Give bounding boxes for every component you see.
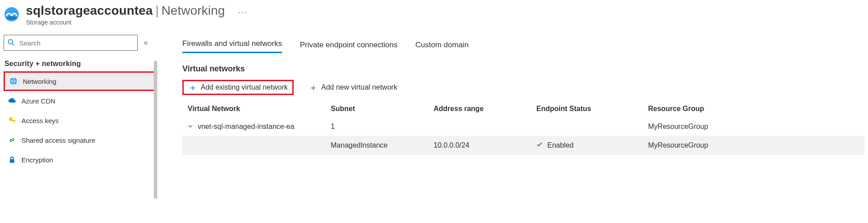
sidebar-item-encryption[interactable]: Encryption (4, 150, 156, 169)
svg-point-1 (6, 16, 17, 20)
sidebar-item-networking[interactable]: Networking (4, 71, 156, 91)
action-label: Add new virtual network (321, 83, 397, 91)
sidebar-item-label: Access keys (21, 117, 59, 124)
col-subnet: Subnet (325, 100, 428, 117)
cell-address: 10.0.0.0/24 (428, 136, 531, 155)
cell-status (531, 117, 643, 136)
cell-subnet: 1 (325, 117, 428, 136)
globe-icon (9, 77, 17, 85)
sidebar-group-header: Security + networking (4, 60, 156, 68)
sidebar-item-azure-cdn[interactable]: Azure CDN (4, 91, 156, 111)
tab-private-endpoint[interactable]: Private endpoint connections (300, 38, 397, 53)
table-row[interactable]: ManagedInstance 10.0.0.0/24 Enabled MyRe… (182, 136, 864, 155)
title-separator: | (156, 4, 159, 18)
sidebar-item-label: Encryption (21, 156, 53, 164)
sidebar-item-label: Shared access signature (21, 136, 95, 144)
tab-firewalls-vnets[interactable]: Firewalls and virtual networks (182, 37, 282, 53)
sidebar-scrollbar[interactable] (154, 61, 157, 199)
sidebar-search[interactable] (4, 35, 138, 51)
col-rg: Resource Group (643, 100, 864, 117)
col-status: Endpoint Status (531, 100, 643, 117)
add-existing-vnet-button[interactable]: ＋ Add existing virtual network (182, 80, 294, 95)
add-new-vnet-button[interactable]: ＋ Add new virtual network (304, 80, 402, 95)
cell-rg: MyResourceGroup (643, 117, 864, 136)
plus-icon: ＋ (309, 83, 318, 92)
action-label: Add existing virtual network (201, 83, 288, 91)
tab-custom-domain[interactable]: Custom domain (415, 38, 468, 53)
table-row[interactable]: vnet-sql-managed-instance-ea 1 MyResourc… (182, 117, 864, 136)
sidebar-item-label: Networking (23, 78, 56, 85)
page-title: Networking (161, 4, 225, 18)
sidebar: « Security + networking Networking Azure… (4, 35, 156, 169)
svg-rect-8 (10, 159, 14, 163)
resource-type-label: Storage account (26, 19, 248, 26)
cell-vnet (182, 136, 325, 155)
cell-status: Enabled (531, 136, 643, 155)
table-header-row: Virtual Network Subnet Address range End… (182, 100, 864, 117)
col-vnet: Virtual Network (182, 100, 325, 117)
cloud-icon (8, 97, 16, 105)
resource-type-icon (4, 4, 20, 24)
svg-point-2 (8, 39, 13, 44)
cell-rg: MyResourceGroup (643, 136, 864, 155)
plus-icon: ＋ (188, 83, 197, 92)
check-icon (536, 141, 544, 149)
svg-line-3 (13, 43, 15, 45)
link-icon (8, 136, 16, 144)
search-input[interactable] (18, 39, 134, 47)
page-header: sqlstorageaccountea | Networking ··· Sto… (4, 4, 864, 26)
vnets-table: Virtual Network Subnet Address range End… (182, 100, 864, 155)
cell-vnet: vnet-sql-managed-instance-ea (198, 123, 294, 130)
chevron-down-icon[interactable] (188, 123, 193, 131)
tab-bar: Firewalls and virtual networks Private e… (182, 37, 864, 54)
sidebar-item-label: Azure CDN (21, 97, 55, 105)
cell-status-text: Enabled (547, 141, 573, 149)
section-vnets-title: Virtual networks (182, 64, 864, 74)
search-icon (8, 39, 15, 47)
cell-address (428, 117, 531, 136)
cell-subnet: ManagedInstance (325, 136, 428, 155)
main-content: Firewalls and virtual networks Private e… (156, 35, 864, 169)
svg-rect-7 (14, 121, 15, 123)
sidebar-item-sas[interactable]: Shared access signature (4, 130, 156, 150)
sidebar-item-access-keys[interactable]: Access keys (4, 111, 156, 130)
svg-rect-6 (12, 120, 15, 121)
col-address: Address range (428, 100, 531, 117)
collapse-sidebar-button[interactable]: « (141, 36, 151, 50)
lock-icon (8, 156, 16, 164)
sidebar-nav: Networking Azure CDN Access keys Shared … (4, 71, 156, 169)
key-icon (8, 116, 16, 124)
more-actions-button[interactable]: ··· (238, 8, 248, 17)
resource-name: sqlstorageaccountea (26, 4, 153, 18)
